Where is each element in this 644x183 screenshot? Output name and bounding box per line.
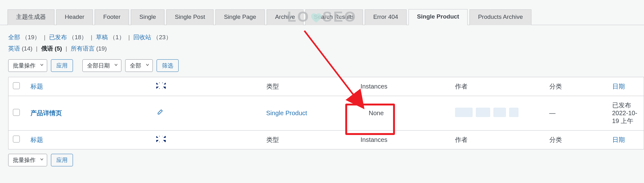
footer-action-bar: 批量操作 应用 — [0, 149, 644, 166]
filter-published[interactable]: 已发布 — [49, 34, 67, 40]
col-type: 类型 — [262, 77, 356, 96]
table-footer-row: 标题 类型 Instances 作者 分类 日期 — [8, 130, 644, 149]
bulk-action-select[interactable]: 批量操作 — [8, 59, 47, 72]
filter-draft[interactable]: 草稿 — [96, 34, 108, 40]
tab-footer[interactable]: Footer — [95, 9, 129, 25]
chevron-down-icon — [39, 62, 44, 69]
tab-label: Single Product — [417, 13, 459, 20]
tab-single-page[interactable]: Single Page — [215, 9, 264, 25]
apply-bulk-button[interactable]: 应用 — [51, 59, 73, 72]
tab-label: Search Results — [314, 13, 354, 20]
row-author-redacted — [455, 108, 519, 117]
col-date[interactable]: 日期 — [612, 136, 625, 143]
filter-button[interactable]: 筛选 — [157, 59, 179, 72]
select-all-checkbox[interactable] — [13, 82, 20, 89]
status-filter-row: 全部 （19） | 已发布 （18） | 草稿 （1） | 回收站 （23） — [0, 25, 644, 42]
tab-label: Footer — [103, 13, 120, 20]
col-date[interactable]: 日期 — [612, 83, 625, 90]
tab-single-post[interactable]: Single Post — [166, 9, 214, 25]
pencil-icon[interactable] — [156, 110, 163, 117]
col-category: 分类 — [545, 130, 608, 149]
row-date-cell: 已发布 2022-10-19 上午 — [608, 96, 644, 130]
tab-search-results[interactable]: Search Results — [305, 9, 363, 25]
row-category: — — [545, 96, 608, 130]
date-select[interactable]: 全部日期 — [82, 59, 121, 72]
action-bar: 批量操作 应用 全部日期 全部 筛选 — [0, 54, 644, 77]
bulk-action-select-footer[interactable]: 批量操作 — [8, 154, 47, 166]
all-select-label: 全部 — [130, 62, 141, 69]
tab-single-product[interactable]: Single Product — [408, 9, 468, 25]
chevron-down-icon — [145, 62, 150, 69]
bulk-action-label: 批量操作 — [13, 62, 36, 69]
lang-english[interactable]: 英语 — [8, 45, 20, 52]
filter-trash-count: （23） — [153, 34, 171, 40]
col-instances: Instances — [356, 77, 451, 96]
tab-label: Products Archive — [478, 13, 523, 20]
select-all-checkbox-footer[interactable] — [13, 136, 20, 143]
all-select[interactable]: 全部 — [125, 59, 153, 72]
col-title[interactable]: 标题 — [31, 136, 43, 143]
apply-bulk-button-footer[interactable]: 应用 — [51, 154, 73, 166]
col-title[interactable]: 标题 — [31, 83, 43, 90]
tab-single[interactable]: Single — [131, 9, 164, 25]
tab-products-archive[interactable]: Products Archive — [469, 9, 531, 25]
uk-flag-icon — [156, 83, 166, 89]
lang-all-count: (19) — [96, 45, 107, 52]
tab-label: Archive — [275, 13, 295, 20]
table-header-row: 标题 类型 Instances 作者 分类 日期 — [8, 77, 644, 96]
tab-label: Error 404 — [373, 13, 398, 20]
template-tabs: 主题生成器 Header Footer Single Single Post S… — [0, 0, 644, 25]
tab-label: 主题生成器 — [16, 13, 46, 20]
tab-header[interactable]: Header — [56, 9, 93, 25]
filter-all[interactable]: 全部 — [8, 34, 20, 40]
tab-label: Single — [139, 13, 156, 20]
table-row: 产品详情页 Single Product None — 已发布 2022-10-… — [8, 96, 644, 130]
filter-all-count: （19） — [22, 34, 40, 40]
row-instances: None — [356, 96, 451, 130]
tab-error-404[interactable]: Error 404 — [365, 9, 407, 25]
filter-draft-count: （1） — [109, 34, 125, 40]
col-instances: Instances — [356, 130, 451, 149]
uk-flag-icon — [156, 136, 166, 142]
filter-trash[interactable]: 回收站 — [133, 34, 151, 40]
row-checkbox[interactable] — [13, 109, 20, 116]
row-date-status: 已发布 — [612, 101, 640, 110]
templates-table: 标题 类型 Instances 作者 分类 日期 产品详情页 Single Pr… — [8, 77, 644, 149]
row-type-link[interactable]: Single Product — [266, 110, 307, 116]
col-type: 类型 — [262, 130, 356, 149]
lang-all[interactable]: 所有语言 — [71, 45, 95, 52]
chevron-down-icon — [114, 62, 119, 69]
tab-label: Single Page — [224, 13, 256, 20]
col-category: 分类 — [545, 77, 608, 96]
row-date-value: 2022-10-19 上午 — [612, 110, 640, 125]
row-title-link[interactable]: 产品详情页 — [31, 110, 62, 116]
lang-russian[interactable]: 俄语 (5) — [41, 45, 64, 52]
bulk-action-label: 批量操作 — [13, 156, 36, 164]
tab-theme-builder[interactable]: 主题生成器 — [8, 9, 54, 25]
chevron-down-icon — [39, 157, 44, 163]
date-select-label: 全部日期 — [87, 62, 110, 69]
tab-archive[interactable]: Archive — [267, 9, 303, 25]
col-author: 作者 — [451, 130, 545, 149]
tab-label: Header — [65, 13, 84, 20]
lang-english-count: (14) — [22, 45, 32, 52]
lang-filter-row: 英语 (14) | 俄语 (5) | 所有语言 (19) — [0, 42, 644, 53]
col-author: 作者 — [451, 77, 545, 96]
filter-published-count: （18） — [69, 34, 87, 40]
tab-label: Single Post — [175, 13, 205, 20]
